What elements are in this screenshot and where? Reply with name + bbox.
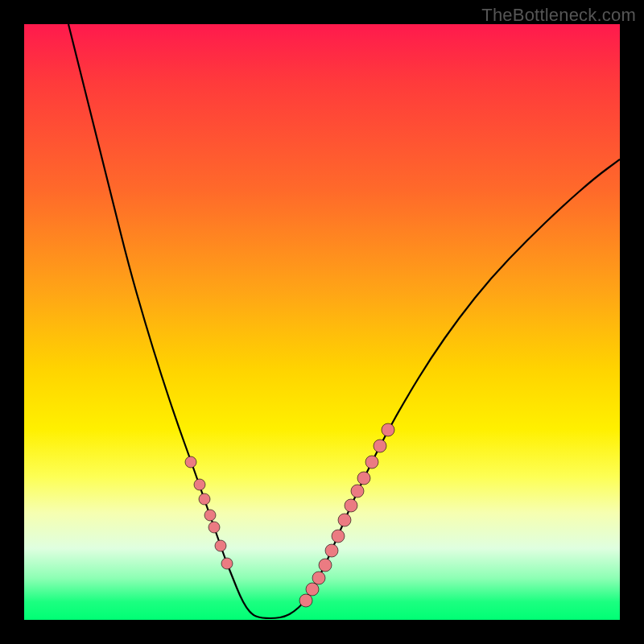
watermark-text: TheBottleneck.com: [481, 5, 636, 26]
data-dot: [221, 558, 233, 569]
data-dot: [215, 540, 226, 551]
data-dot: [338, 514, 351, 526]
data-dot: [208, 522, 220, 533]
data-dots-right: [299, 423, 394, 607]
data-dot: [194, 479, 205, 490]
data-dot: [374, 440, 386, 452]
chart-frame: TheBottleneck.com: [0, 0, 644, 644]
plot-area: [24, 24, 620, 620]
data-dot: [365, 456, 378, 469]
data-dot: [357, 472, 370, 485]
data-dot: [325, 544, 338, 557]
data-dot: [306, 583, 319, 596]
data-dot: [332, 530, 345, 543]
bottleneck-curve: [68, 24, 620, 618]
data-dot: [312, 572, 325, 584]
data-dot: [319, 559, 332, 572]
data-dot: [204, 510, 216, 521]
data-dot: [199, 493, 210, 505]
data-dot: [382, 423, 394, 436]
chart-svg: [24, 24, 620, 620]
data-dot: [299, 594, 312, 607]
data-dot: [345, 499, 357, 512]
data-dot: [185, 456, 196, 468]
data-dots-left: [185, 456, 233, 569]
data-dot: [351, 485, 364, 497]
